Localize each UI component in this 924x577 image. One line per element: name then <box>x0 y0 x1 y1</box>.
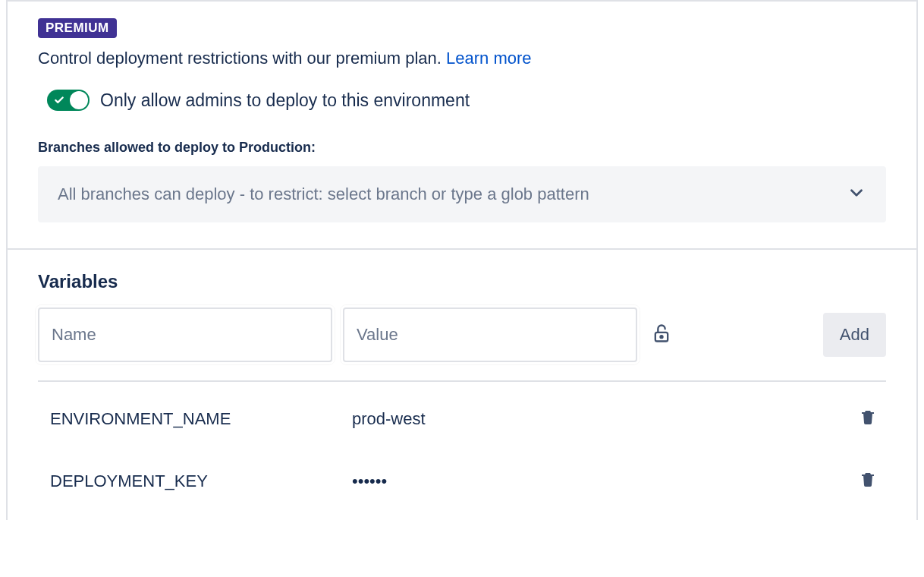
toggle-knob <box>70 91 88 109</box>
svg-point-1 <box>660 336 662 338</box>
trash-icon[interactable] <box>859 408 886 430</box>
premium-badge: PREMIUM <box>38 18 117 38</box>
lock-icon[interactable] <box>651 323 672 347</box>
add-button[interactable]: Add <box>823 313 886 357</box>
admin-only-toggle-row: Only allow admins to deploy to this envi… <box>47 90 886 111</box>
variable-input-row: Add <box>38 307 886 362</box>
table-row: ENVIRONMENT_NAME prod-west <box>38 388 886 450</box>
variables-section: Variables Add ENVIRONMENT_NAME prod-west <box>8 248 916 520</box>
variable-name: DEPLOYMENT_KEY <box>50 471 352 491</box>
branch-select[interactable]: All branches can deploy - to restrict: s… <box>38 166 886 222</box>
variable-value: prod-west <box>352 409 859 429</box>
variable-value-input[interactable] <box>343 307 637 362</box>
check-icon <box>54 95 64 109</box>
branch-select-placeholder: All branches can deploy - to restrict: s… <box>58 184 589 204</box>
premium-description: Control deployment restrictions with our… <box>38 49 886 68</box>
chevron-down-icon <box>847 183 866 206</box>
admin-only-toggle-label: Only allow admins to deploy to this envi… <box>100 90 470 111</box>
variable-name: ENVIRONMENT_NAME <box>50 409 352 429</box>
table-row: DEPLOYMENT_KEY •••••• <box>38 450 886 512</box>
admin-only-toggle[interactable] <box>47 90 90 111</box>
premium-desc-text: Control deployment restrictions with our… <box>38 49 446 68</box>
divider <box>38 380 886 382</box>
variable-name-input[interactable] <box>38 307 332 362</box>
trash-icon[interactable] <box>859 470 886 493</box>
variables-title: Variables <box>38 271 886 292</box>
learn-more-link[interactable]: Learn more <box>446 49 532 68</box>
variable-value: •••••• <box>352 471 859 491</box>
premium-section: PREMIUM Control deployment restrictions … <box>8 0 916 248</box>
branches-label: Branches allowed to deploy to Production… <box>38 140 886 156</box>
